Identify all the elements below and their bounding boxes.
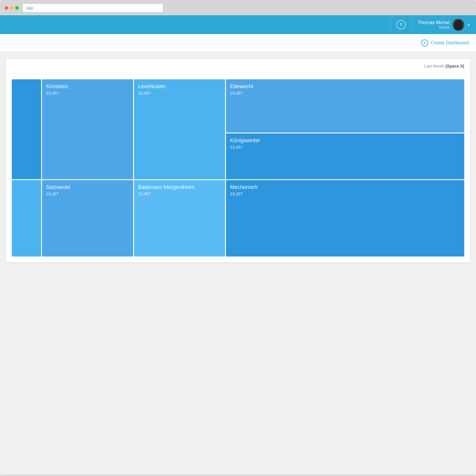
- nav-divider: [390, 15, 390, 34]
- list-item[interactable]: Salzwedel 23,457: [42, 180, 133, 257]
- help-button[interactable]: ?: [396, 20, 406, 29]
- maximize-dot[interactable]: [15, 6, 19, 10]
- cell-name: Mechernich: [230, 184, 460, 190]
- list-item: [12, 180, 41, 257]
- minimize-dot[interactable]: [10, 6, 14, 10]
- browser-toolbar: App: [5, 4, 471, 15]
- list-item[interactable]: Leverkusen 23,457: [134, 79, 225, 179]
- content-area: + Create Dashboard Last Month (Space X): [0, 34, 476, 475]
- dashboard-card: Last Month (Space X): [6, 59, 470, 262]
- top-navbar: ? Thomas Michel NASA ∨: [0, 15, 476, 34]
- cell-value: 23,457: [230, 91, 460, 95]
- cell-value: 23,457: [46, 192, 129, 196]
- user-org: NASA: [418, 25, 450, 30]
- card-header: Last Month (Space X): [6, 59, 470, 73]
- cell-value: 23,457: [138, 192, 221, 196]
- treemap-container: Konstanz 23,457 Leverkusen 23,457: [6, 73, 470, 262]
- user-section[interactable]: Thomas Michel NASA ∨: [418, 19, 470, 31]
- cell-name: Leverkusen: [138, 83, 221, 90]
- cell-value: 23,457: [138, 91, 221, 95]
- help-icon: ?: [400, 22, 402, 27]
- chevron-down-icon: ∨: [467, 22, 470, 27]
- treemap-row2: Salzwedel 23,457 Badersam Mergentheim 23…: [12, 180, 464, 257]
- list-item[interactable]: Badersam Mergentheim 23,457: [134, 180, 225, 257]
- user-name: Thomas Michel: [418, 20, 450, 25]
- list-item: [12, 79, 41, 179]
- browser-chrome: App: [0, 0, 476, 15]
- cell-name: Badersam Mergentheim: [138, 184, 221, 190]
- address-bar[interactable]: App: [22, 4, 163, 12]
- user-info: Thomas Michel NASA: [418, 20, 450, 30]
- cell-value: 23,457: [230, 145, 460, 150]
- cell-name: Königswinter: [230, 138, 460, 144]
- filter-label: Last Month (Space X): [424, 64, 464, 68]
- browser-dots: [5, 6, 19, 10]
- cell-name: Salzwedel: [46, 184, 129, 190]
- treemap: Konstanz 23,457 Leverkusen 23,457: [12, 79, 464, 257]
- list-item[interactable]: Edewecht 23,457: [226, 79, 464, 133]
- list-item[interactable]: Mechernich 23,457: [226, 180, 464, 257]
- nav-divider-2: [412, 15, 412, 34]
- avatar-silhouette: [454, 20, 462, 31]
- cell-name: Konstanz: [46, 83, 129, 90]
- app-wrapper: ? Thomas Michel NASA ∨ + Create Dashboar…: [0, 15, 476, 475]
- create-icon: +: [421, 39, 428, 46]
- treemap-col-right: Edewecht 23,457 Königswinter 23,457: [226, 79, 464, 179]
- create-dashboard-button[interactable]: + Create Dashboard: [421, 39, 469, 46]
- close-dot[interactable]: [5, 6, 8, 10]
- filter-text: Last Month: [424, 64, 444, 68]
- filter-context: (Space X): [445, 64, 464, 68]
- list-item[interactable]: Konstanz 23,457: [42, 79, 133, 179]
- avatar: [452, 19, 464, 31]
- treemap-col2-right: Mechernich 23,457: [226, 180, 464, 257]
- dashboard-area: Last Month (Space X): [0, 52, 476, 269]
- treemap-row1: Konstanz 23,457 Leverkusen 23,457: [12, 79, 464, 179]
- cell-value: 23,457: [230, 192, 460, 196]
- sub-header: + Create Dashboard: [0, 34, 476, 52]
- create-dashboard-label: Create Dashboard: [430, 40, 469, 46]
- list-item[interactable]: Königswinter 23,457: [226, 133, 464, 179]
- cell-value: 23,457: [46, 91, 129, 95]
- cell-name: Edewecht: [230, 83, 460, 90]
